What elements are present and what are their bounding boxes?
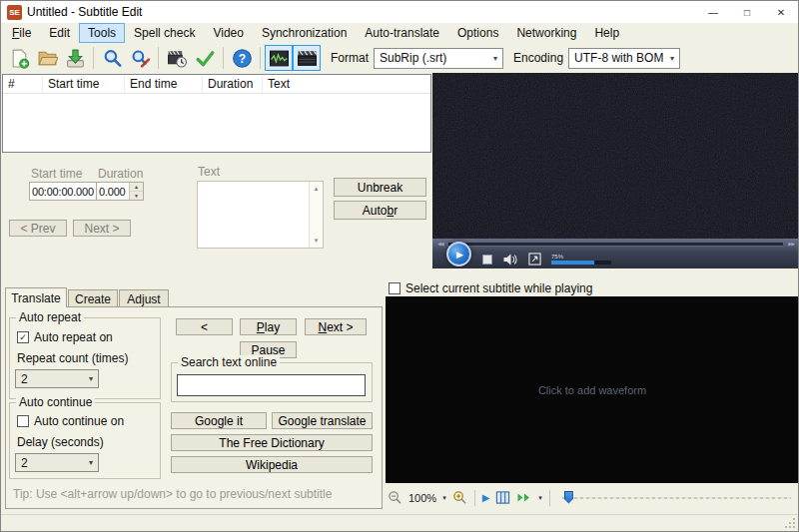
- spell-check-button[interactable]: [191, 45, 219, 71]
- video-toggle-button[interactable]: [293, 45, 321, 71]
- menu-item-tools[interactable]: Tools: [79, 23, 125, 43]
- stop-button[interactable]: [482, 255, 492, 265]
- delay-value: 2: [21, 456, 28, 470]
- rewind-icon[interactable]: ◀◀: [437, 242, 443, 247]
- select-current-subtitle-row: ✓ Select current subtitle while playing: [389, 281, 592, 295]
- chevron-down-icon: ▾: [666, 54, 674, 63]
- menu-item-video[interactable]: Video: [204, 23, 252, 43]
- help-button[interactable]: ?: [228, 45, 256, 71]
- subtitle-list[interactable]: # Start time End time Duration Text: [2, 74, 431, 153]
- scroll-up-icon[interactable]: ▴: [315, 185, 319, 193]
- video-player[interactable]: ◀◀ ▶▶ ▶ 75%: [432, 73, 799, 268]
- menu-item-edit[interactable]: Edit: [40, 23, 79, 43]
- close-button[interactable]: ✕: [764, 1, 798, 23]
- search-icon: [102, 48, 123, 69]
- repeat-count-select[interactable]: 2 ▾: [15, 369, 99, 388]
- fullscreen-button[interactable]: [528, 253, 541, 266]
- position-slider[interactable]: [562, 490, 791, 506]
- waveform-toggle-button[interactable]: [265, 45, 293, 71]
- subtitle-list-body[interactable]: [3, 94, 430, 152]
- column-header-duration[interactable]: Duration: [203, 75, 263, 93]
- seek-bar[interactable]: [448, 243, 784, 246]
- play-label-post: lay: [265, 320, 280, 334]
- waveform-placeholder: Click to add waveform: [538, 384, 646, 396]
- text-scrollbar[interactable]: ▴ ▾: [309, 182, 323, 248]
- repeat-count-label: Repeat count (times): [17, 351, 128, 365]
- resize-grip[interactable]: [784, 517, 796, 529]
- speed-dropdown-caret[interactable]: ▾: [535, 494, 545, 502]
- save-button[interactable]: [61, 45, 89, 71]
- toolbar-separator: [93, 47, 94, 69]
- tab-translate[interactable]: Translate: [5, 287, 67, 307]
- menu-item-options[interactable]: Options: [448, 23, 507, 43]
- wikipedia-button[interactable]: Wikipedia: [171, 456, 373, 473]
- volume-slider[interactable]: [551, 261, 611, 265]
- subtitle-text-input[interactable]: ▴ ▾: [197, 181, 324, 249]
- search-text-input[interactable]: [177, 374, 366, 396]
- menu-item-auto-translate[interactable]: Auto-translate: [356, 23, 448, 43]
- select-current-subtitle-checkbox[interactable]: ✓: [389, 282, 400, 294]
- menu-item-synchronization[interactable]: Synchronization: [253, 23, 356, 43]
- new-button[interactable]: [5, 45, 33, 71]
- prev-subtitle-button[interactable]: < Prev: [9, 220, 67, 237]
- back-button[interactable]: <: [176, 318, 233, 335]
- free-dictionary-button[interactable]: The Free Dictionary: [171, 434, 373, 451]
- new-icon: [9, 48, 30, 69]
- find-button[interactable]: [98, 45, 126, 71]
- spin-up-icon[interactable]: ▲: [130, 183, 143, 192]
- forward-icon[interactable]: ▶▶: [788, 242, 794, 247]
- auto-repeat-row: ✓ Auto repeat on: [17, 330, 113, 344]
- auto-repeat-checkbox[interactable]: ✓: [17, 331, 29, 343]
- toolbar-separator: [260, 47, 261, 69]
- duration-input[interactable]: 0.000 ▲ ▼: [96, 182, 144, 201]
- menu-item-networking[interactable]: Networking: [507, 23, 585, 43]
- encoding-label: Encoding: [513, 51, 563, 65]
- next-button[interactable]: Next >: [305, 318, 367, 335]
- replace-button[interactable]: [126, 45, 154, 71]
- visual-sync-button[interactable]: [163, 45, 191, 71]
- scroll-down-icon[interactable]: ▾: [315, 237, 319, 245]
- waveform-play-button[interactable]: ▶: [479, 489, 493, 507]
- column-header-end-time[interactable]: End time: [125, 75, 203, 93]
- zoom-dropdown-caret[interactable]: ▾: [439, 494, 449, 502]
- open-button[interactable]: [33, 45, 61, 71]
- zoom-in-button[interactable]: [449, 489, 470, 507]
- auto-repeat-checkbox-label: Auto repeat on: [34, 330, 113, 344]
- auto-continue-checkbox[interactable]: ✓: [17, 415, 29, 427]
- column-header-number[interactable]: #: [3, 75, 43, 93]
- waveform-panel[interactable]: Click to add waveform: [386, 296, 799, 483]
- menu-item-file[interactable]: File: [3, 23, 40, 43]
- spin-down-icon[interactable]: ▼: [130, 192, 143, 200]
- status-bar: [1, 514, 798, 531]
- menu-item-help[interactable]: Help: [585, 23, 628, 43]
- fast-forward-icon: [516, 491, 532, 504]
- google-translate-button[interactable]: Google translate: [272, 412, 373, 429]
- encoding-select[interactable]: UTF-8 with BOM ▾: [568, 48, 680, 69]
- play-button[interactable]: ▶: [446, 242, 471, 266]
- play-subtitle-button[interactable]: Play: [240, 318, 297, 335]
- google-it-button[interactable]: Google it: [171, 412, 267, 429]
- subtitle-list-header: # Start time End time Duration Text: [3, 75, 430, 94]
- playback-speed-button[interactable]: [513, 489, 535, 507]
- delay-select[interactable]: 2 ▾: [15, 453, 99, 472]
- tab-adjust[interactable]: Adjust: [119, 289, 169, 307]
- mute-button[interactable]: [502, 253, 518, 266]
- next-subtitle-button[interactable]: Next >: [73, 220, 131, 237]
- zoom-out-button[interactable]: [385, 489, 405, 507]
- columns-toggle-button[interactable]: [492, 489, 513, 507]
- column-header-text[interactable]: Text: [263, 75, 430, 93]
- menu-item-spell-check[interactable]: Spell check: [125, 23, 204, 43]
- auto-br-button[interactable]: Auto br: [334, 201, 426, 220]
- position-slider-thumb[interactable]: [564, 491, 573, 504]
- check-icon: ✓: [19, 333, 27, 342]
- encoding-value: UTF-8 with BOM: [574, 51, 663, 65]
- minimize-button[interactable]: —: [696, 1, 730, 23]
- column-header-start-time[interactable]: Start time: [43, 75, 125, 93]
- auto-continue-checkbox-label: Auto continue on: [34, 414, 124, 428]
- format-select[interactable]: SubRip (.srt) ▾: [374, 48, 503, 69]
- waveform-zoom-level: 100%: [408, 492, 436, 504]
- unbreak-button[interactable]: Unbreak: [334, 178, 426, 197]
- help-icon: ?: [232, 48, 253, 69]
- tab-create[interactable]: Create: [68, 289, 118, 307]
- maximize-button[interactable]: □: [730, 1, 764, 23]
